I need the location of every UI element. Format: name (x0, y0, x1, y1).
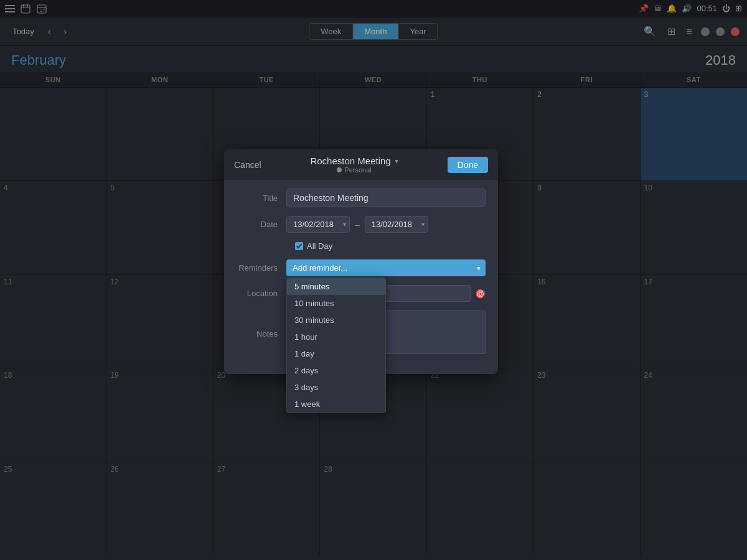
reminder-option-1hour[interactable]: 1 hour (287, 329, 385, 345)
allday-checkbox[interactable] (295, 242, 303, 250)
calendar-color-dot (337, 167, 342, 172)
title-row: Title (237, 189, 486, 207)
allday-label: All Day (307, 241, 332, 251)
title-input[interactable] (286, 189, 486, 207)
notes-label: Notes (237, 329, 286, 338)
location-pin-icon[interactable]: 🎯 (475, 289, 486, 299)
reminder-option-30min[interactable]: 30 minutes (287, 312, 385, 329)
reminder-option-10min[interactable]: 10 minutes (287, 295, 385, 312)
date-start-select[interactable]: 13/02/2018 (286, 216, 350, 233)
title-control (286, 189, 486, 207)
location-label: Location (237, 289, 286, 298)
reminders-control: Add reminder... 5 minutes 10 minutes 30 … (286, 259, 486, 276)
date-label: Date (237, 220, 286, 229)
cancel-button[interactable]: Cancel (234, 160, 261, 170)
date-end-select[interactable]: 13/02/2018 (365, 216, 428, 233)
dialog-body: Title Date 13/02/2018 – (224, 180, 498, 374)
dialog-title: Rocheston Meeting ▾ (310, 156, 398, 166)
reminder-option-3days[interactable]: 3 days (287, 379, 385, 396)
done-button[interactable]: Done (448, 157, 488, 173)
calendar-name: Personal (344, 166, 371, 174)
dialog-overlay: Cancel Rocheston Meeting ▾ Personal Done… (0, 0, 747, 560)
dialog-title-wrap: Rocheston Meeting ▾ Personal (310, 156, 398, 174)
date-row: Date 13/02/2018 – 13/02/2018 (237, 216, 486, 233)
reminder-option-1day[interactable]: 1 day (287, 345, 385, 362)
reminder-option-1week[interactable]: 1 week (287, 396, 385, 413)
dialog-header: Cancel Rocheston Meeting ▾ Personal Done (224, 149, 498, 180)
reminder-dropdown-popup: 5 minutes 10 minutes 30 minutes 1 hour 1… (286, 278, 386, 413)
allday-row: All Day (237, 241, 486, 251)
dialog-subtitle: Personal (337, 166, 371, 174)
reminder-option-2days[interactable]: 2 days (287, 362, 385, 379)
reminder-option-5min[interactable]: 5 minutes (287, 278, 385, 295)
reminder-select[interactable]: Add reminder... 5 minutes 10 minutes 30 … (286, 259, 486, 276)
date-start-wrap: 13/02/2018 (286, 216, 350, 233)
date-control: 13/02/2018 – 13/02/2018 (286, 216, 486, 233)
event-dialog: Cancel Rocheston Meeting ▾ Personal Done… (224, 149, 498, 374)
reminders-row: Reminders Add reminder... 5 minutes 10 m… (237, 259, 486, 276)
title-label: Title (237, 194, 286, 203)
reminder-select-wrap: Add reminder... 5 minutes 10 minutes 30 … (286, 259, 486, 276)
reminders-label: Reminders (237, 263, 286, 273)
date-separator: – (355, 220, 360, 230)
dropdown-arrow-icon: ▾ (395, 157, 398, 166)
date-end-wrap: 13/02/2018 (365, 216, 428, 233)
dialog-event-name: Rocheston Meeting (310, 156, 390, 166)
